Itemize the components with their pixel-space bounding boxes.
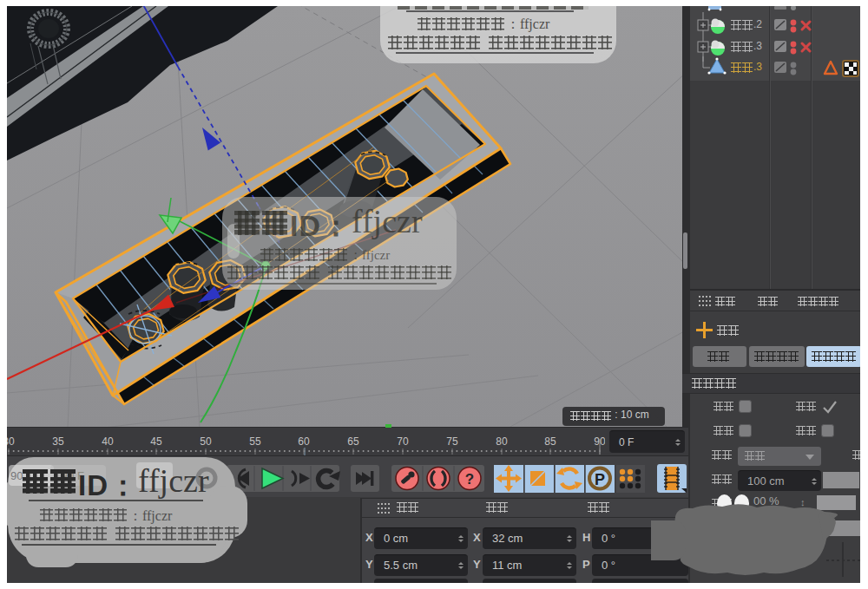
svg-text:P: P: [595, 471, 605, 488]
svg-text:?: ?: [465, 471, 474, 488]
